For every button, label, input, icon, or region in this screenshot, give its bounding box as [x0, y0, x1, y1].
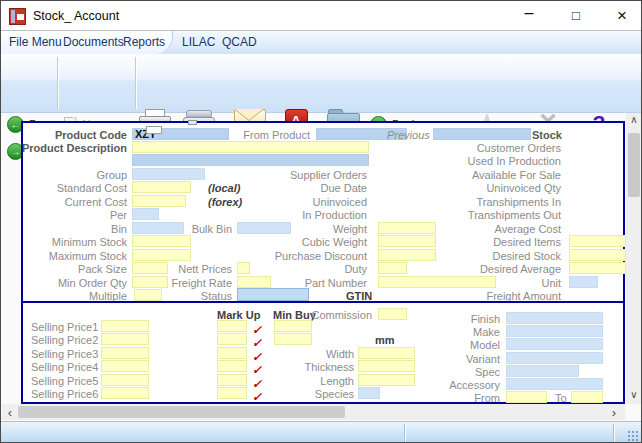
menu-file-menu[interactable]: File Menu — [9, 35, 62, 49]
menu-lilac[interactable]: LILAC — [182, 35, 215, 49]
selling-price5-input[interactable] — [101, 374, 149, 386]
markup2-check-icon[interactable] — [252, 333, 264, 345]
pack-size-input[interactable] — [132, 262, 168, 274]
model-input[interactable] — [506, 338, 603, 350]
commission-input[interactable] — [378, 308, 407, 320]
product-description-input[interactable] — [132, 141, 369, 153]
menu-bar: File Menu Documents Reports LILAC QCAD — [1, 31, 641, 54]
scroll-up-icon[interactable] — [626, 114, 642, 128]
status-separator — [613, 424, 615, 443]
bulk-bin-input[interactable] — [237, 222, 291, 234]
finish-input[interactable] — [506, 312, 603, 324]
forex-note: (forex) — [208, 196, 242, 209]
spec-input[interactable] — [506, 365, 579, 377]
species-input[interactable] — [358, 387, 380, 399]
purchase-discount-input[interactable] — [378, 249, 436, 261]
status-dropdown[interactable] — [237, 288, 309, 301]
minbuy1-input[interactable] — [274, 320, 312, 332]
group-input[interactable] — [132, 168, 205, 180]
markup1-input[interactable] — [217, 320, 247, 332]
minimum-stock-input[interactable] — [132, 235, 191, 247]
min-order-qty-input[interactable] — [132, 276, 168, 288]
maximum-stock-input[interactable] — [132, 249, 191, 261]
unit-input[interactable] — [569, 276, 598, 288]
minimize-button[interactable] — [511, 1, 547, 30]
freight-rate-label: Freight Rate — [171, 277, 232, 290]
freight-rate-input[interactable] — [237, 276, 271, 288]
thickness-input[interactable] — [358, 360, 415, 372]
transhipments-in-label: Transhipments In — [476, 196, 561, 209]
status-bar — [1, 421, 641, 443]
multiple-input[interactable] — [134, 289, 162, 301]
duty-input[interactable] — [378, 262, 407, 274]
purchase-discount-label: Purchase Discount — [275, 250, 367, 263]
window-title: Stock_ Account — [33, 9, 119, 23]
markup3-check-icon[interactable] — [252, 347, 264, 359]
length-input[interactable] — [358, 374, 415, 386]
horizontal-scrollbar[interactable] — [2, 404, 625, 420]
nett-prices-input[interactable] — [237, 262, 250, 274]
weight-label: Weight — [333, 223, 367, 236]
weight-input[interactable] — [378, 222, 436, 234]
from-product-to-input[interactable] — [433, 128, 531, 140]
cubic-weight-input[interactable] — [378, 235, 436, 247]
desired-items-input[interactable] — [569, 235, 626, 247]
markup6-input[interactable] — [217, 387, 247, 399]
supplier-orders-label: Supplier Orders — [290, 169, 367, 182]
title-bar: Stock_ Account — [1, 1, 641, 31]
product-description-line2-field[interactable] — [132, 154, 369, 166]
app-logo-icon — [9, 8, 26, 25]
from-input[interactable] — [506, 391, 547, 403]
average-cost-label: Average Cost — [495, 223, 561, 236]
selling-price2-input[interactable] — [101, 333, 149, 345]
markup4-input[interactable] — [217, 360, 247, 372]
min-order-qty-label: Min Order Qty — [58, 277, 127, 290]
current-cost-input[interactable] — [132, 195, 186, 207]
markup5-check-icon[interactable] — [252, 374, 264, 386]
resize-grip[interactable] — [626, 429, 639, 442]
markup1-check-icon[interactable] — [252, 320, 264, 332]
scroll-left-icon[interactable] — [3, 404, 17, 420]
selling-price3-input[interactable] — [101, 347, 149, 359]
standard-cost-input[interactable] — [132, 181, 191, 193]
selling-price1-input[interactable] — [101, 320, 149, 332]
selling-price5-label: Selling Price5 — [31, 375, 98, 388]
per-input[interactable] — [132, 208, 159, 220]
status-separator — [404, 424, 406, 443]
selling-price1-label: Selling Price1 — [31, 321, 98, 334]
close-button[interactable] — [604, 1, 640, 30]
bin-input[interactable] — [132, 222, 184, 234]
vertical-scroll-thumb[interactable] — [628, 133, 640, 197]
menu-documents[interactable]: Documents — [63, 35, 124, 49]
markup5-input[interactable] — [217, 374, 247, 386]
to-input[interactable] — [571, 391, 603, 403]
selling-price6-input[interactable] — [101, 387, 149, 399]
scroll-right-icon[interactable] — [607, 404, 621, 420]
desired-stock-input[interactable] — [569, 249, 626, 261]
accessory-input[interactable] — [506, 378, 603, 390]
width-input[interactable] — [358, 347, 415, 359]
length-label: Length — [320, 375, 354, 388]
available-for-sale-label: Available For Sale — [472, 169, 561, 182]
bulk-bin-label: Bulk Bin — [192, 223, 232, 236]
scroll-down-icon[interactable] — [626, 389, 642, 403]
markup3-input[interactable] — [217, 347, 247, 359]
horizontal-scroll-thumb[interactable] — [18, 406, 345, 418]
markup6-check-icon[interactable] — [252, 387, 264, 399]
markup2-input[interactable] — [217, 333, 247, 345]
customer-orders-label: Customer Orders — [477, 142, 561, 155]
selling-price4-input[interactable] — [101, 360, 149, 372]
maximize-button[interactable] — [558, 1, 594, 30]
minbuy2-input[interactable] — [274, 333, 312, 345]
make-input[interactable] — [506, 325, 603, 337]
menu-qcad[interactable]: QCAD — [222, 35, 257, 49]
markup4-check-icon[interactable] — [252, 360, 264, 372]
thickness-label: Thickness — [304, 361, 354, 374]
part-number-input[interactable] — [378, 276, 496, 288]
desired-average-input[interactable] — [569, 262, 626, 274]
menu-reports[interactable]: Reports — [123, 35, 165, 49]
variant-input[interactable] — [506, 352, 603, 364]
vertical-scrollbar[interactable] — [626, 113, 642, 404]
selling-price2-label: Selling Price2 — [31, 334, 98, 347]
variant-label: Variant — [466, 353, 500, 366]
